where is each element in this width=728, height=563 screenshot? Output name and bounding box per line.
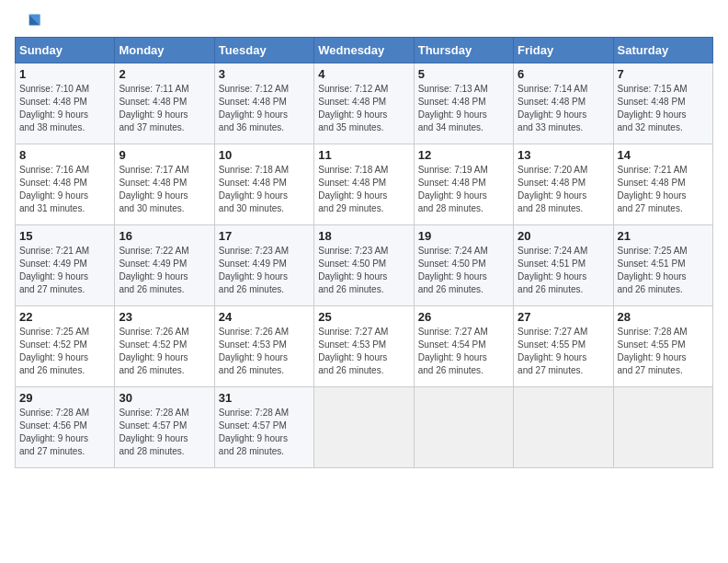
day-info: Sunrise: 7:17 AM Sunset: 4:48 PM Dayligh… [119,164,210,215]
calendar-cell: 13Sunrise: 7:20 AM Sunset: 4:48 PM Dayli… [514,144,613,225]
calendar-cell: 14Sunrise: 7:21 AM Sunset: 4:48 PM Dayli… [613,144,712,225]
calendar-cell: 27Sunrise: 7:27 AM Sunset: 4:55 PM Dayli… [514,306,613,387]
calendar-cell: 18Sunrise: 7:23 AM Sunset: 4:50 PM Dayli… [314,225,414,306]
day-number: 11 [318,148,409,162]
day-info: Sunrise: 7:27 AM Sunset: 4:53 PM Dayligh… [318,326,409,377]
col-header-friday: Friday [514,38,613,63]
col-header-sunday: Sunday [16,38,115,63]
day-number: 13 [518,148,609,162]
calendar-cell: 16Sunrise: 7:22 AM Sunset: 4:49 PM Dayli… [115,225,214,306]
day-info: Sunrise: 7:28 AM Sunset: 4:55 PM Dayligh… [618,326,709,377]
logo [15,11,44,33]
day-info: Sunrise: 7:23 AM Sunset: 4:49 PM Dayligh… [219,245,310,296]
day-info: Sunrise: 7:12 AM Sunset: 4:48 PM Dayligh… [219,83,310,134]
col-header-monday: Monday [115,38,214,63]
week-row-1: 1Sunrise: 7:10 AM Sunset: 4:48 PM Daylig… [16,63,713,144]
day-info: Sunrise: 7:20 AM Sunset: 4:48 PM Dayligh… [518,164,609,215]
day-number: 10 [219,148,310,162]
calendar-cell [514,387,613,468]
day-info: Sunrise: 7:22 AM Sunset: 4:49 PM Dayligh… [119,245,210,296]
day-number: 31 [219,391,310,405]
day-number: 21 [618,229,709,243]
day-number: 5 [418,67,509,81]
day-info: Sunrise: 7:10 AM Sunset: 4:48 PM Dayligh… [19,83,110,134]
day-info: Sunrise: 7:26 AM Sunset: 4:52 PM Dayligh… [119,326,210,377]
day-number: 4 [318,67,409,81]
calendar-cell: 22Sunrise: 7:25 AM Sunset: 4:52 PM Dayli… [16,306,115,387]
day-info: Sunrise: 7:25 AM Sunset: 4:52 PM Dayligh… [19,326,110,377]
day-info: Sunrise: 7:12 AM Sunset: 4:48 PM Dayligh… [318,83,409,134]
day-info: Sunrise: 7:23 AM Sunset: 4:50 PM Dayligh… [318,245,409,296]
day-number: 29 [19,391,110,405]
week-row-2: 8Sunrise: 7:16 AM Sunset: 4:48 PM Daylig… [16,144,713,225]
week-row-5: 29Sunrise: 7:28 AM Sunset: 4:56 PM Dayli… [16,387,713,468]
col-header-saturday: Saturday [613,38,712,63]
calendar-cell: 24Sunrise: 7:26 AM Sunset: 4:53 PM Dayli… [214,306,313,387]
day-info: Sunrise: 7:15 AM Sunset: 4:48 PM Dayligh… [618,83,709,134]
day-number: 24 [219,310,310,324]
calendar-body: 1Sunrise: 7:10 AM Sunset: 4:48 PM Daylig… [16,63,713,468]
day-number: 14 [618,148,709,162]
calendar-cell: 11Sunrise: 7:18 AM Sunset: 4:48 PM Dayli… [314,144,414,225]
header [15,11,713,33]
calendar-cell: 25Sunrise: 7:27 AM Sunset: 4:53 PM Dayli… [314,306,414,387]
day-number: 19 [418,229,509,243]
day-info: Sunrise: 7:28 AM Sunset: 4:57 PM Dayligh… [219,407,310,458]
col-header-thursday: Thursday [414,38,513,63]
calendar-cell: 26Sunrise: 7:27 AM Sunset: 4:54 PM Dayli… [414,306,513,387]
calendar-cell: 19Sunrise: 7:24 AM Sunset: 4:50 PM Dayli… [414,225,513,306]
column-headers: SundayMondayTuesdayWednesdayThursdayFrid… [16,38,713,63]
day-info: Sunrise: 7:13 AM Sunset: 4:48 PM Dayligh… [418,83,509,134]
week-row-4: 22Sunrise: 7:25 AM Sunset: 4:52 PM Dayli… [16,306,713,387]
calendar-cell: 8Sunrise: 7:16 AM Sunset: 4:48 PM Daylig… [16,144,115,225]
day-info: Sunrise: 7:21 AM Sunset: 4:48 PM Dayligh… [618,164,709,215]
day-info: Sunrise: 7:25 AM Sunset: 4:51 PM Dayligh… [618,245,709,296]
calendar-cell: 15Sunrise: 7:21 AM Sunset: 4:49 PM Dayli… [16,225,115,306]
day-info: Sunrise: 7:27 AM Sunset: 4:54 PM Dayligh… [418,326,509,377]
day-info: Sunrise: 7:16 AM Sunset: 4:48 PM Dayligh… [19,164,110,215]
day-number: 23 [119,310,210,324]
page-container: SundayMondayTuesdayWednesdayThursdayFrid… [0,0,728,476]
calendar-cell: 10Sunrise: 7:18 AM Sunset: 4:48 PM Dayli… [214,144,313,225]
calendar-table: SundayMondayTuesdayWednesdayThursdayFrid… [15,37,713,468]
logo-icon [15,11,40,33]
day-number: 2 [119,67,210,81]
day-info: Sunrise: 7:28 AM Sunset: 4:57 PM Dayligh… [119,407,210,458]
calendar-cell: 28Sunrise: 7:28 AM Sunset: 4:55 PM Dayli… [613,306,712,387]
calendar-cell [613,387,712,468]
day-number: 28 [618,310,709,324]
day-number: 25 [318,310,409,324]
day-number: 18 [318,229,409,243]
day-number: 1 [19,67,110,81]
calendar-cell: 9Sunrise: 7:17 AM Sunset: 4:48 PM Daylig… [115,144,214,225]
calendar-cell: 20Sunrise: 7:24 AM Sunset: 4:51 PM Dayli… [514,225,613,306]
calendar-cell: 7Sunrise: 7:15 AM Sunset: 4:48 PM Daylig… [613,63,712,144]
day-info: Sunrise: 7:28 AM Sunset: 4:56 PM Dayligh… [19,407,110,458]
day-number: 3 [219,67,310,81]
day-number: 16 [119,229,210,243]
calendar-cell: 6Sunrise: 7:14 AM Sunset: 4:48 PM Daylig… [514,63,613,144]
day-info: Sunrise: 7:11 AM Sunset: 4:48 PM Dayligh… [119,83,210,134]
calendar-cell [314,387,414,468]
day-number: 26 [418,310,509,324]
day-info: Sunrise: 7:21 AM Sunset: 4:49 PM Dayligh… [19,245,110,296]
day-number: 17 [219,229,310,243]
day-number: 22 [19,310,110,324]
calendar-cell: 1Sunrise: 7:10 AM Sunset: 4:48 PM Daylig… [16,63,115,144]
calendar-cell: 17Sunrise: 7:23 AM Sunset: 4:49 PM Dayli… [214,225,313,306]
calendar-cell: 4Sunrise: 7:12 AM Sunset: 4:48 PM Daylig… [314,63,414,144]
col-header-wednesday: Wednesday [314,38,414,63]
calendar-cell: 31Sunrise: 7:28 AM Sunset: 4:57 PM Dayli… [214,387,313,468]
day-info: Sunrise: 7:24 AM Sunset: 4:51 PM Dayligh… [518,245,609,296]
calendar-cell: 5Sunrise: 7:13 AM Sunset: 4:48 PM Daylig… [414,63,513,144]
day-number: 9 [119,148,210,162]
week-row-3: 15Sunrise: 7:21 AM Sunset: 4:49 PM Dayli… [16,225,713,306]
col-header-tuesday: Tuesday [214,38,313,63]
calendar-cell: 29Sunrise: 7:28 AM Sunset: 4:56 PM Dayli… [16,387,115,468]
calendar-cell: 3Sunrise: 7:12 AM Sunset: 4:48 PM Daylig… [214,63,313,144]
day-info: Sunrise: 7:24 AM Sunset: 4:50 PM Dayligh… [418,245,509,296]
calendar-cell: 30Sunrise: 7:28 AM Sunset: 4:57 PM Dayli… [115,387,214,468]
calendar-cell [414,387,513,468]
day-info: Sunrise: 7:18 AM Sunset: 4:48 PM Dayligh… [219,164,310,215]
day-info: Sunrise: 7:18 AM Sunset: 4:48 PM Dayligh… [318,164,409,215]
